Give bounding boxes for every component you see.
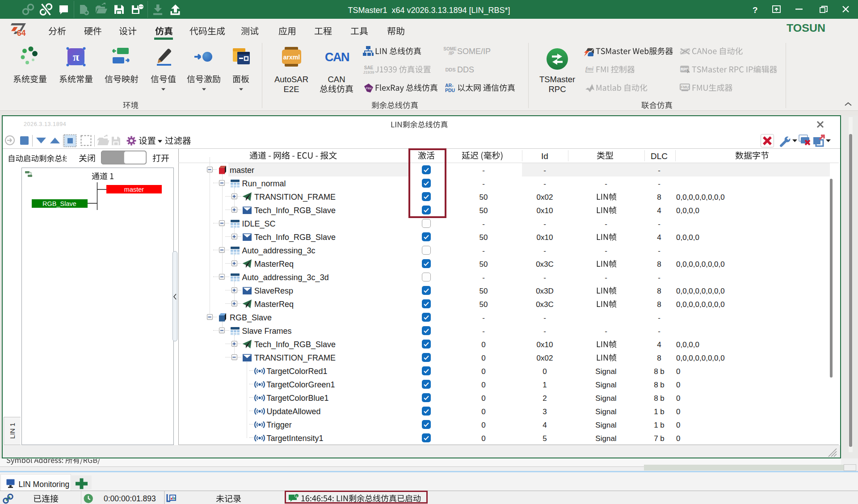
svg-text:FMU: FMU — [681, 85, 689, 89]
svg-text:CAN: CAN — [325, 50, 349, 64]
svg-text:DDS: DDS — [445, 67, 455, 72]
svg-text:fmi: fmi — [585, 65, 593, 72]
svg-text:i: i — [296, 495, 297, 498]
svg-text:arxml: arxml — [283, 54, 300, 61]
svg-text:PDU: PDU — [445, 88, 455, 93]
svg-text:/IP: /IP — [449, 51, 454, 56]
svg-text:J1939: J1939 — [363, 70, 374, 75]
svg-text:SAE: SAE — [364, 65, 374, 70]
svg-text:Flex: Flex — [366, 87, 372, 90]
